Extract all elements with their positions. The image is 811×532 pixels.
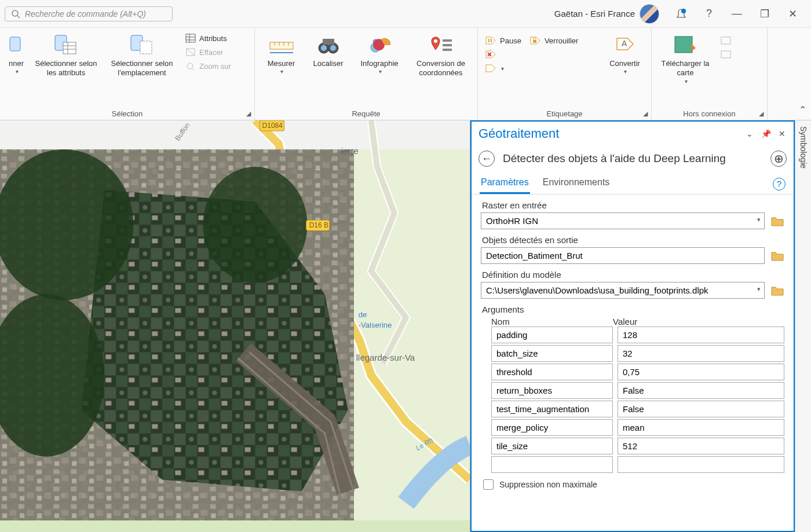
group-label: Sélection <box>5 108 250 120</box>
sync-icon <box>720 36 732 45</box>
folder-icon[interactable] <box>770 250 784 262</box>
argument-row <box>481 364 784 380</box>
nms-checkbox[interactable] <box>483 479 494 490</box>
svg-text:A: A <box>622 39 627 48</box>
argument-value-field[interactable] <box>618 382 784 399</box>
svg-rect-40 <box>533 40 536 43</box>
binoculars-icon <box>317 35 340 55</box>
command-search[interactable]: Recherche de commande (Alt+Q) <box>5 6 173 21</box>
ribbon-group-query: Mesurer▾ Localiser Infographie▾ Conversi… <box>255 28 478 120</box>
convert-labels-button[interactable]: A Convertir▾ <box>603 31 646 78</box>
model-definition-field[interactable] <box>481 282 754 299</box>
argument-name-field[interactable] <box>491 364 613 380</box>
pause-labels-button[interactable]: Pause <box>483 35 524 46</box>
svg-text:-Valserine: -Valserine <box>359 321 392 329</box>
argument-name-field[interactable] <box>491 345 613 362</box>
svg-point-2 <box>681 9 686 13</box>
zoom-to-button[interactable]: Zoom sur <box>183 60 233 72</box>
user-avatar[interactable] <box>640 4 659 24</box>
argument-name-field[interactable] <box>491 438 613 454</box>
chevron-down-icon: ▾ <box>624 68 627 76</box>
svg-point-0 <box>12 10 18 16</box>
svg-rect-46 <box>0 120 470 149</box>
argument-name-field[interactable] <box>491 401 613 417</box>
restore-button[interactable]: ❐ <box>753 2 776 25</box>
search-icon <box>11 9 20 19</box>
select-location-icon <box>130 34 154 56</box>
minimize-button[interactable]: — <box>725 2 748 25</box>
argument-name-field[interactable] <box>491 326 613 343</box>
group-launcher-icon[interactable]: ◢ <box>759 110 763 118</box>
pane-pin-button[interactable]: 📌 <box>760 128 772 140</box>
select-by-attributes-button[interactable]: Sélectionner selon les attributs <box>31 31 101 80</box>
table-icon <box>185 34 196 43</box>
argument-value-field[interactable] <box>618 326 784 343</box>
close-button[interactable]: ✕ <box>781 2 804 25</box>
group-label: Requête <box>260 108 473 120</box>
group-launcher-icon[interactable]: ◢ <box>643 110 648 118</box>
add-favorites-button[interactable]: ⊕ <box>770 151 787 167</box>
symbology-dock-tab[interactable]: Symbologie <box>795 120 811 532</box>
argument-name-field[interactable] <box>491 419 613 436</box>
help-button[interactable]: ? <box>697 2 721 25</box>
nms-label: Suppression non maximale <box>499 480 597 489</box>
label: Conversion de coordonnées <box>410 59 472 78</box>
download-map-button[interactable]: Télécharger la carte▾ <box>656 31 714 87</box>
lock-labels-button[interactable]: Verrouiller <box>527 35 581 46</box>
select-button-partial[interactable]: nner ▾ <box>5 31 28 78</box>
argument-name-field[interactable] <box>491 382 613 399</box>
model-definition-dropdown[interactable]: ▾ <box>754 282 765 299</box>
folder-icon[interactable] <box>770 285 784 296</box>
label: Convertir <box>609 59 640 68</box>
tag-convert-icon: A <box>613 35 637 56</box>
pane-close-button[interactable]: ✕ <box>776 128 788 140</box>
tab-environments[interactable]: Environnements <box>542 174 611 194</box>
argument-value-field[interactable] <box>618 419 784 436</box>
output-objects-field[interactable] <box>481 247 765 264</box>
notifications-button[interactable] <box>670 2 693 25</box>
argument-value-field[interactable] <box>618 345 784 362</box>
argument-value-field[interactable] <box>618 438 784 454</box>
pin-convert-icon <box>429 35 453 56</box>
ribbon: nner ▾ Sélectionner selon les attributs … <box>0 28 811 120</box>
sync-button <box>718 35 734 46</box>
label: nner <box>9 59 24 68</box>
remove-labels-button[interactable] <box>483 49 524 60</box>
more-labels-button[interactable]: ▾ <box>483 63 524 74</box>
tag-more-icon <box>485 64 496 73</box>
ribbon-collapse-button[interactable]: ⌃ <box>799 104 806 115</box>
ribbon-group-labeling: Pause ▾ Verrouiller A Convertir▾ Etiquet… <box>478 28 652 120</box>
back-button[interactable]: ← <box>478 151 495 167</box>
pane-options-button[interactable]: ⌄ <box>744 128 755 140</box>
argument-value-field[interactable] <box>618 364 784 380</box>
tool-help-button[interactable]: ? <box>773 178 786 190</box>
select-by-location-button[interactable]: Sélectionner selon l'emplacement <box>104 31 180 80</box>
map-view[interactable]: ▾ <box>0 120 470 532</box>
input-raster-field[interactable] <box>481 212 754 229</box>
svg-rect-34 <box>443 44 452 46</box>
argument-name-field[interactable] <box>491 456 613 473</box>
tab-parameters[interactable]: Paramètres <box>480 174 530 194</box>
argument-row <box>481 456 784 473</box>
folder-icon[interactable] <box>770 215 784 227</box>
svg-text:ierre: ierre <box>341 146 359 156</box>
coordinate-conversion-button[interactable]: Conversion de coordonnées <box>409 31 473 80</box>
input-raster-dropdown[interactable]: ▾ <box>754 212 765 229</box>
svg-point-32 <box>434 39 437 43</box>
clear-button[interactable]: Effacer <box>183 46 233 58</box>
argument-value-field[interactable] <box>618 401 784 417</box>
attributes-button[interactable]: Attributs <box>183 32 233 44</box>
svg-text:D1084: D1084 <box>262 122 283 130</box>
input-raster-label: Raster en entrée <box>481 200 784 210</box>
svg-text:llegarde-sur-Va: llegarde-sur-Va <box>356 353 415 362</box>
measure-button[interactable]: Mesurer▾ <box>260 31 303 78</box>
infographics-button[interactable]: Infographie▾ <box>353 31 406 78</box>
label: Localiser <box>313 59 343 68</box>
svg-rect-35 <box>443 49 452 51</box>
locate-button[interactable]: Localiser <box>306 31 350 71</box>
group-launcher-icon[interactable]: ◢ <box>246 110 251 118</box>
column-header-name: Nom <box>481 317 613 326</box>
argument-row <box>481 401 784 417</box>
chevron-down-icon: ▾ <box>280 68 283 76</box>
argument-value-field[interactable] <box>618 456 784 473</box>
